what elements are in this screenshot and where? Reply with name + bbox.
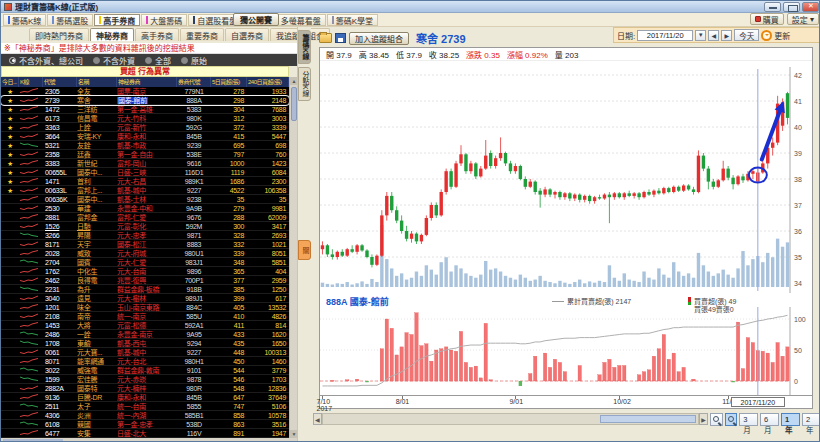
chart-side-tabs: 籌碼K線 分點K線 關 [297, 27, 311, 442]
tab-2[interactable]: 籌碼選股 [47, 14, 93, 26]
star-icon[interactable]: ★ [1, 168, 19, 177]
broker-code: 538D [177, 420, 211, 429]
broker-branch: 凱基-城中 [117, 186, 177, 195]
buy-5d: 548 [211, 384, 247, 393]
tab-4[interactable]: 大盤籌碼 [141, 14, 187, 26]
star-icon[interactable]: ★ [1, 87, 19, 96]
mini-kline-icon [19, 348, 43, 357]
subtab-5[interactable]: 自選券商 [225, 28, 269, 41]
filter-option-4[interactable]: 原始 [181, 55, 207, 66]
subtab-3[interactable]: 高手券商 [135, 28, 179, 41]
mini-kline-icon [19, 384, 43, 393]
refresh-label[interactable]: 更新 [774, 30, 790, 41]
range-button-3月[interactable]: 3月 [739, 413, 758, 426]
broker-branch: 元大-樹林 [117, 294, 177, 303]
maximize-button[interactable] [783, 2, 800, 12]
buy-240d: 62009 [247, 213, 289, 222]
subtab-4[interactable]: 重要券商 [180, 28, 224, 41]
column-header-6[interactable]: 券商代號 [177, 77, 211, 87]
zoom-in-button[interactable] [725, 413, 738, 426]
tab-1[interactable]: 籌碼K線 [3, 14, 46, 26]
stock-name: 南帝 [77, 312, 117, 321]
broker-branch: 兆豐-復興 [117, 276, 177, 285]
column-header-5[interactable]: 神秘券商 [117, 77, 177, 87]
scroll-thumb[interactable] [600, 415, 696, 423]
buy-5d: 348 [211, 258, 247, 267]
range-buttons: 3月6月1年2年 [737, 413, 820, 426]
filter-option-2[interactable]: 不含外資 [93, 55, 135, 66]
star-icon[interactable]: ★ [1, 114, 19, 123]
table-row[interactable]: 6477安集日盛-北大116V8911947 [1, 429, 289, 438]
column-header-3[interactable]: 代號 [43, 77, 77, 87]
broker-branch: 元大-忠孝 [117, 231, 177, 240]
star-icon[interactable]: ★ [1, 159, 19, 168]
star-icon[interactable]: ★ [1, 186, 19, 195]
filter-label: 不含外資 [103, 55, 135, 66]
filter-option-1[interactable]: 不含外資、總公司 [9, 55, 83, 66]
star-icon[interactable]: ★ [1, 132, 19, 141]
radio-icon[interactable] [181, 57, 188, 64]
folder-icon[interactable] [319, 33, 332, 43]
star-icon[interactable]: ★ [1, 105, 19, 114]
subtab-1[interactable]: 即時熱門券商 [29, 28, 89, 41]
tab-7[interactable]: 多螢幕看盤 [272, 14, 326, 26]
stock-code: 2462 [43, 276, 77, 285]
chart-scrollbar[interactable] [322, 413, 699, 425]
column-header-4[interactable]: 名稱 [77, 77, 117, 87]
subtab-2[interactable]: 神秘券商 [90, 28, 134, 41]
refresh-icon[interactable] [761, 30, 772, 41]
star-icon[interactable]: ★ [1, 123, 19, 132]
radio-icon[interactable] [93, 57, 100, 64]
star-icon[interactable]: ★ [1, 177, 19, 186]
netbuy-chart[interactable]: 050100 [320, 307, 812, 395]
settings-button[interactable]: 設定 ▾ [787, 13, 819, 25]
stock-code: 6108 [43, 420, 77, 429]
star-icon[interactable]: ★ [1, 141, 19, 150]
contest-button[interactable]: 獨公開賽 [233, 13, 279, 26]
radio-icon[interactable] [145, 57, 152, 64]
mini-kline-icon [19, 366, 43, 375]
buy-5d: 279 [211, 204, 247, 213]
broker-code: 592M [177, 222, 211, 231]
column-header-2[interactable]: K線 [19, 77, 43, 87]
tab-branch-kline[interactable]: 分點K線 [298, 67, 311, 101]
save-icon[interactable] [335, 33, 346, 43]
close-button[interactable] [802, 2, 819, 12]
column-header-8[interactable]: 240日買超(張) [247, 77, 289, 87]
tab-chip-kline[interactable]: 籌碼K線 [298, 30, 311, 64]
stock-code: 00636K [43, 195, 77, 204]
add-watchlist-button[interactable]: 加入追蹤組合 [349, 32, 409, 45]
table-vertical-scrollbar[interactable]: ▲ ▼ [289, 77, 297, 438]
column-header-1[interactable]: 今日... ▼ [1, 77, 19, 87]
range-button-1年[interactable]: 1年 [781, 413, 800, 426]
buy-button[interactable]: 購買 [750, 13, 784, 25]
tab-8[interactable]: 籌碼K學堂 [327, 14, 378, 26]
broker-branch: 凱基-士林 [117, 195, 177, 204]
titlebar: 理財寶籌碼K線(正式版) [1, 1, 820, 13]
stock-code: 2881 [43, 213, 77, 222]
today-button[interactable]: 今天 [734, 29, 759, 41]
minimize-button[interactable] [764, 2, 781, 12]
date-next-icon[interactable]: ▶ [721, 30, 732, 41]
date-input[interactable]: 2017/11/20 [637, 30, 693, 41]
buy-5d: 433 [211, 330, 247, 339]
scroll-right-icon[interactable]: ▶ [699, 413, 708, 425]
stock-name: 國泰中... [77, 168, 117, 177]
range-button-6月[interactable]: 6月 [760, 413, 779, 426]
range-button-2年[interactable]: 2年 [802, 413, 820, 426]
zoom-out-button[interactable] [710, 413, 723, 426]
date-prev-icon[interactable]: ◀ [708, 30, 719, 41]
tab-3[interactable]: 高手券商 [94, 14, 140, 26]
star-icon[interactable]: ★ [1, 96, 19, 105]
filter-option-3[interactable]: 全部 [145, 55, 171, 66]
star-icon[interactable]: ★ [1, 150, 19, 159]
column-header-7[interactable]: 5日買超(張) [211, 77, 247, 87]
scroll-left-icon[interactable]: ◀ [313, 413, 322, 425]
stock-name: 國泰中... [77, 195, 117, 204]
stock-code: 2739 [43, 96, 77, 105]
candlestick-chart[interactable]: 343536373839404142 [320, 61, 812, 293]
date-dropdown-icon[interactable]: ▼ [695, 30, 706, 41]
radio-icon[interactable] [9, 57, 16, 64]
collapse-tab[interactable]: 關 [298, 240, 311, 260]
table-horizontal-scrollbar[interactable] [1, 438, 297, 442]
